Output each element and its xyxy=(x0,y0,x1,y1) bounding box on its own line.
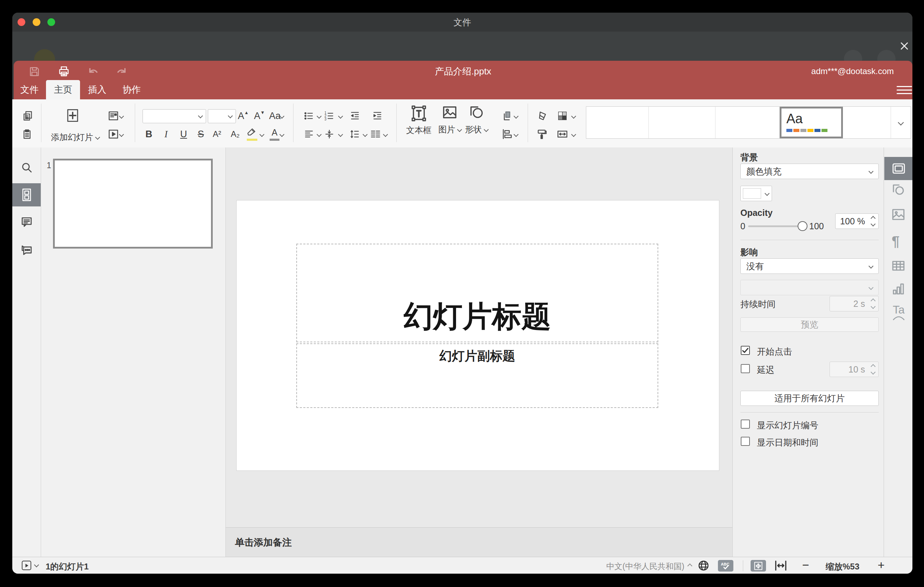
shape-icon xyxy=(468,104,485,120)
superscript-button[interactable]: A² xyxy=(210,128,224,140)
notes-area[interactable]: 单击添加备注 xyxy=(226,527,732,557)
search-icon[interactable] xyxy=(15,156,38,179)
chevron-down-icon[interactable] xyxy=(571,132,576,137)
fit-to-width-icon[interactable] xyxy=(774,560,788,572)
copy-icon[interactable] xyxy=(21,109,35,123)
tab-home[interactable]: 主页 xyxy=(46,80,80,99)
increase-indent-icon[interactable] xyxy=(371,110,384,122)
spellcheck-icon[interactable]: ABC xyxy=(718,560,733,572)
subscript-button[interactable]: A₂ xyxy=(229,128,242,140)
decrease-indent-icon[interactable] xyxy=(348,110,361,122)
chevron-down-icon[interactable] xyxy=(338,132,343,137)
tab-insert[interactable]: 插入 xyxy=(83,80,111,99)
font-name-select[interactable] xyxy=(142,109,206,123)
subtitle-placeholder[interactable]: 幻灯片副标题 xyxy=(296,343,658,408)
opacity-slider-knob[interactable] xyxy=(798,221,807,231)
tab-collaboration[interactable]: 协作 xyxy=(117,80,146,99)
clear-style-icon[interactable] xyxy=(535,109,549,123)
start-slideshow-icon[interactable] xyxy=(106,127,120,141)
columns-icon[interactable] xyxy=(369,128,382,140)
chevron-down-icon[interactable] xyxy=(513,114,518,119)
chart-settings-icon[interactable] xyxy=(891,282,906,297)
theme-cell-empty[interactable] xyxy=(586,107,649,139)
image-button[interactable]: 图片 xyxy=(436,104,464,143)
font-size-select[interactable] xyxy=(208,109,236,123)
underline-button[interactable]: U xyxy=(178,128,190,140)
text-art-settings-icon[interactable]: Ta xyxy=(890,304,907,321)
chevron-down-icon[interactable] xyxy=(317,132,322,137)
zoom-in-button[interactable]: + xyxy=(874,558,888,572)
zoom-level-label: 缩放%53 xyxy=(823,561,862,572)
chevron-down-icon[interactable] xyxy=(383,132,388,137)
language-label[interactable]: 中文(中华人民共和国) xyxy=(606,561,684,572)
app-dark-header xyxy=(12,31,912,61)
start-slideshow-status-icon[interactable] xyxy=(22,561,31,570)
chevron-down-icon[interactable] xyxy=(338,114,343,119)
comments-icon[interactable] xyxy=(15,211,38,233)
chevron-down-icon[interactable] xyxy=(34,562,39,567)
decorative-circle xyxy=(844,50,862,61)
hamburger-menu-icon[interactable] xyxy=(897,83,912,97)
highlight-color-icon[interactable] xyxy=(246,127,259,141)
apply-to-all-slides-button[interactable]: 适用于所有幻灯片 xyxy=(741,391,879,406)
theme-cell-empty[interactable] xyxy=(716,107,780,139)
chevron-up-icon[interactable] xyxy=(687,564,692,569)
shape-button[interactable]: 形状 xyxy=(462,104,490,143)
paste-icon[interactable] xyxy=(21,127,35,141)
slide-canvas[interactable]: 幻灯片标题 幻灯片副标题 xyxy=(236,200,719,471)
theme-cell-selected[interactable]: Aa xyxy=(780,107,843,139)
align-shape-icon[interactable] xyxy=(500,127,514,141)
increase-font-button[interactable]: A ▲ xyxy=(236,109,250,122)
copy-style-icon[interactable] xyxy=(535,127,549,141)
decrease-font-button[interactable]: A ▼ xyxy=(252,109,266,122)
font-color-icon[interactable]: A xyxy=(269,127,280,141)
close-icon[interactable] xyxy=(897,38,912,54)
color-scheme-icon[interactable] xyxy=(555,109,569,123)
table-settings-icon[interactable] xyxy=(891,258,906,274)
slides-panel: 1 xyxy=(41,147,226,557)
slides-panel-tab-active[interactable] xyxy=(12,183,41,206)
add-slide-button[interactable]: 添加幻灯片 xyxy=(51,106,97,142)
zoom-out-button[interactable]: − xyxy=(799,558,813,572)
image-settings-icon[interactable] xyxy=(891,207,906,223)
theme-cell-empty[interactable] xyxy=(649,107,716,139)
bold-button[interactable]: B xyxy=(143,128,155,140)
chevron-down-icon[interactable] xyxy=(317,114,322,119)
bullet-list-icon[interactable] xyxy=(302,110,315,122)
shape-settings-icon[interactable] xyxy=(891,183,906,198)
paragraph-settings-icon[interactable]: ¶ xyxy=(892,234,907,249)
numbered-list-icon[interactable]: 123 xyxy=(323,110,336,122)
start-on-click-checkbox[interactable] xyxy=(741,346,750,355)
textbox-button[interactable]: 文本框 xyxy=(403,104,434,143)
show-date-time-checkbox[interactable] xyxy=(741,437,750,446)
panel-divider xyxy=(741,240,879,240)
chat-icon[interactable] xyxy=(15,239,38,261)
horizontal-align-icon[interactable] xyxy=(302,128,315,140)
theme-cell-empty[interactable] xyxy=(843,107,891,139)
arrange-shape-icon[interactable] xyxy=(500,109,514,123)
strikethrough-button[interactable]: S xyxy=(195,128,207,140)
fit-to-slide-icon[interactable] xyxy=(751,560,766,572)
show-slide-number-checkbox[interactable] xyxy=(741,420,750,429)
theme-gallery-expand[interactable] xyxy=(891,107,911,139)
opacity-spinner[interactable]: 100 % xyxy=(835,213,879,229)
tab-file[interactable]: 文件 xyxy=(15,80,43,99)
fill-type-select[interactable]: 颜色填充 xyxy=(741,163,879,179)
slide-layout-icon[interactable] xyxy=(106,109,120,123)
slide-size-icon[interactable] xyxy=(555,127,569,141)
slide-settings-tab-active[interactable] xyxy=(884,157,912,180)
italic-button[interactable]: I xyxy=(160,128,172,140)
delay-checkbox[interactable] xyxy=(741,364,750,373)
title-placeholder[interactable]: 幻灯片标题 xyxy=(296,244,658,342)
chevron-down-icon[interactable] xyxy=(259,132,264,137)
effect-select[interactable]: 没有 xyxy=(741,258,879,274)
fill-color-swatch[interactable] xyxy=(741,186,772,201)
language-globe-icon[interactable] xyxy=(698,560,710,572)
vertical-align-icon[interactable] xyxy=(323,128,336,140)
chevron-down-icon[interactable] xyxy=(571,114,576,119)
opacity-slider-track[interactable] xyxy=(748,225,802,227)
line-spacing-icon[interactable] xyxy=(348,128,361,140)
slide-thumbnail-selected[interactable] xyxy=(53,159,213,249)
chevron-down-icon[interactable] xyxy=(363,132,368,137)
chevron-down-icon[interactable] xyxy=(513,132,518,137)
